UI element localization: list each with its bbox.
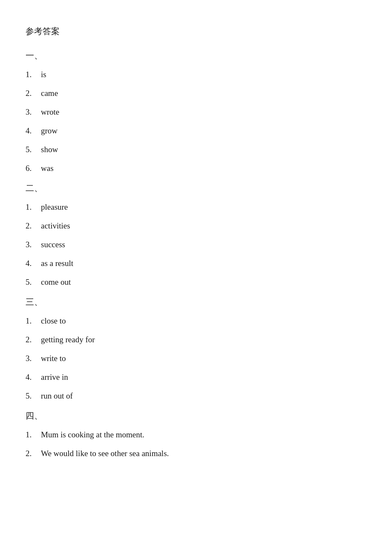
section-3: 三、1.close to2.getting ready for3.write t… — [26, 296, 366, 401]
section-1: 一、1.is2.came3.wrote4.grow5.show6.was — [26, 50, 366, 173]
section-heading-3: 三、 — [26, 296, 366, 308]
answer-list-4: 1.Mum is cooking at the moment.2.We woul… — [26, 430, 366, 458]
item-text: close to — [41, 316, 66, 326]
item-text: wrote — [41, 107, 59, 117]
section-heading-2: 二、 — [26, 182, 366, 194]
item-text: pleasure — [41, 202, 68, 212]
item-number: 3. — [26, 240, 41, 249]
item-number: 2. — [26, 449, 41, 458]
list-item: 2.activities — [26, 221, 366, 231]
item-number: 4. — [26, 259, 41, 268]
item-number: 2. — [26, 89, 41, 98]
answer-list-2: 1.pleasure2.activities3.success4.as a re… — [26, 202, 366, 287]
section-heading-4: 四、 — [26, 410, 366, 422]
list-item: 3.wrote — [26, 107, 366, 117]
item-text: is — [41, 70, 46, 79]
item-text: We would like to see other sea animals. — [41, 449, 169, 458]
list-item: 4.as a result — [26, 259, 366, 268]
section-2: 二、1.pleasure2.activities3.success4.as a … — [26, 182, 366, 287]
list-item: 1.is — [26, 70, 366, 79]
item-text: was — [41, 164, 54, 173]
list-item: 2.getting ready for — [26, 335, 366, 344]
list-item: 1.Mum is cooking at the moment. — [26, 430, 366, 439]
list-item: 6.was — [26, 164, 366, 173]
item-number: 1. — [26, 202, 41, 212]
item-number: 2. — [26, 335, 41, 344]
item-text: success — [41, 240, 65, 249]
list-item: 5.run out of — [26, 391, 366, 401]
answer-list-1: 1.is2.came3.wrote4.grow5.show6.was — [26, 70, 366, 173]
list-item: 2.We would like to see other sea animals… — [26, 449, 366, 458]
item-text: run out of — [41, 391, 73, 401]
item-text: come out — [41, 278, 71, 287]
list-item: 1.close to — [26, 316, 366, 326]
item-number: 2. — [26, 221, 41, 231]
item-text: activities — [41, 221, 70, 231]
item-number: 4. — [26, 126, 41, 136]
item-number: 4. — [26, 373, 41, 382]
sections-container: 一、1.is2.came3.wrote4.grow5.show6.was二、1.… — [26, 50, 366, 458]
section-heading-1: 一、 — [26, 50, 366, 61]
list-item: 5.come out — [26, 278, 366, 287]
item-number: 6. — [26, 164, 41, 173]
list-item: 5.show — [26, 145, 366, 154]
section-4: 四、1.Mum is cooking at the moment.2.We wo… — [26, 410, 366, 458]
item-number: 1. — [26, 316, 41, 326]
list-item: 1.pleasure — [26, 202, 366, 212]
list-item: 4.arrive in — [26, 373, 366, 382]
item-number: 1. — [26, 430, 41, 439]
list-item: 3.success — [26, 240, 366, 249]
list-item: 3.write to — [26, 354, 366, 363]
item-text: came — [41, 89, 58, 98]
item-text: grow — [41, 126, 58, 136]
item-text: as a result — [41, 259, 73, 268]
list-item: 4.grow — [26, 126, 366, 136]
item-number: 5. — [26, 145, 41, 154]
item-number: 1. — [26, 70, 41, 79]
item-number: 5. — [26, 278, 41, 287]
item-number: 5. — [26, 391, 41, 401]
answer-list-3: 1.close to2.getting ready for3.write to4… — [26, 316, 366, 401]
page-title: 参考答案 — [26, 26, 366, 37]
item-text: show — [41, 145, 58, 154]
item-text: write to — [41, 354, 66, 363]
item-number: 3. — [26, 107, 41, 117]
item-text: arrive in — [41, 373, 68, 382]
item-text: getting ready for — [41, 335, 95, 344]
item-text: Mum is cooking at the moment. — [41, 430, 144, 439]
list-item: 2.came — [26, 89, 366, 98]
item-number: 3. — [26, 354, 41, 363]
